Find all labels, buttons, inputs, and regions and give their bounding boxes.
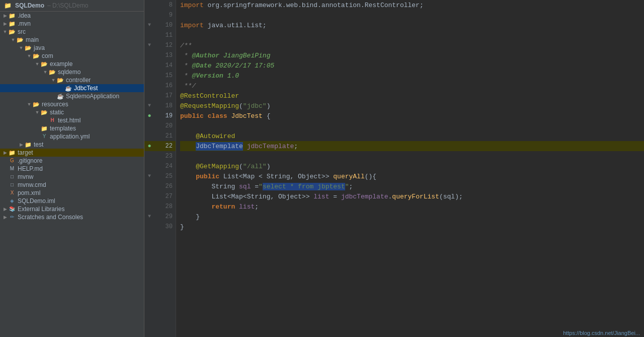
gutter-row-16: 16 bbox=[144, 81, 176, 91]
iml-icon: ◈ bbox=[8, 197, 16, 205]
linenum-30: 30 bbox=[154, 222, 176, 232]
tree-mvnw-cmd[interactable]: ▶ □ mvnw.cmd bbox=[0, 181, 144, 189]
code-line-10: import java.util.List; bbox=[180, 20, 644, 30]
tree-gitignore[interactable]: ▶ G .gitignore bbox=[0, 157, 144, 165]
tree-example-label: example bbox=[50, 60, 72, 68]
linenum-29: 29 bbox=[154, 212, 176, 222]
gutter-row-27: 27 bbox=[144, 191, 176, 201]
code-line-26: String sql = "select * from jbptest" ; bbox=[180, 181, 644, 191]
gutter-30 bbox=[144, 222, 154, 232]
indent-29 bbox=[180, 213, 196, 221]
arrow-com: ▼ bbox=[26, 53, 32, 58]
folder-icon-mvn: 📁 bbox=[8, 20, 16, 27]
arrow-pom-xml: ▶ bbox=[2, 190, 8, 195]
linenum-21: 21 bbox=[154, 131, 176, 141]
gutter-28 bbox=[144, 201, 154, 212]
gutter-icon-19: ● bbox=[144, 111, 154, 121]
tree-pom-xml[interactable]: ▶ X pom.xml bbox=[0, 189, 144, 197]
tree-helpmd[interactable]: ▶ M HELP.md bbox=[0, 165, 144, 173]
tree-sqldemo-iml-label: SQLDemo.iml bbox=[18, 197, 55, 205]
semi-26: ; bbox=[349, 183, 353, 190]
tree-app-yml-label: application.yml bbox=[50, 133, 90, 140]
tree-external-libs[interactable]: ▶ 📚 External Libraries bbox=[0, 205, 144, 213]
tree-idea[interactable]: ▶ 📁 .idea bbox=[0, 12, 144, 20]
tree-mvnw[interactable]: ▶ □ mvnw bbox=[0, 173, 144, 181]
linenum-11: 11 bbox=[154, 30, 176, 40]
tree-templates[interactable]: ▶ 📁 templates bbox=[0, 124, 144, 132]
code-line-18: @RequestMapping("jdbc") bbox=[180, 101, 644, 111]
tree-target[interactable]: ▶ 📁 target bbox=[0, 149, 144, 157]
tree-scratches[interactable]: ▶ ✏ Scratches and Consoles bbox=[0, 213, 144, 221]
tree-sqldemo-iml[interactable]: ▶ ◈ SQLDemo.iml bbox=[0, 197, 144, 205]
gutter-icon-22: ● bbox=[144, 141, 154, 151]
arrow-controller: ▼ bbox=[50, 78, 56, 83]
gutter-row-29: ▼ 29 bbox=[144, 212, 176, 222]
fold-btn-18[interactable]: ▼ bbox=[144, 101, 154, 111]
str-sel-26: select * from jbptest bbox=[263, 183, 345, 190]
tree-static[interactable]: ▼ 📂 static bbox=[0, 108, 144, 116]
tree-example[interactable]: ▼ 📂 example bbox=[0, 60, 144, 68]
tree-test[interactable]: ▶ 📁 test bbox=[0, 141, 144, 149]
fold-btn-25[interactable]: ▼ bbox=[144, 171, 154, 181]
tree-controller-label: controller bbox=[66, 77, 91, 84]
folder-icon-main: 📂 bbox=[16, 36, 24, 43]
tree-main-label: main bbox=[26, 36, 39, 43]
tree-resources[interactable]: ▼ 📂 resources bbox=[0, 100, 144, 108]
str-open-26: " bbox=[259, 183, 263, 190]
tree-controller[interactable]: ▼ 📂 controller bbox=[0, 76, 144, 84]
code-line-19: public class JdbcTest { bbox=[180, 111, 644, 121]
tree-src-label: src bbox=[18, 28, 26, 35]
tree-mvn[interactable]: ▶ 📁 .mvn bbox=[0, 20, 144, 28]
tree-sqldemo[interactable]: ▼ 📂 sqldemo bbox=[0, 68, 144, 76]
tree-pom-xml-label: pom.xml bbox=[18, 189, 40, 196]
arrow-static: ▼ bbox=[34, 110, 40, 115]
code-content[interactable]: import org.springframework.web.bind.anno… bbox=[176, 0, 644, 337]
tree-java[interactable]: ▼ 📂 java bbox=[0, 44, 144, 52]
code-line-27: List<Map<String, Object>> list = jdbcTem… bbox=[180, 191, 644, 201]
tree-test-label: test bbox=[34, 141, 43, 148]
tree-test-html[interactable]: ▶ H test.html bbox=[0, 116, 144, 124]
arrow-sqldemo-iml: ▶ bbox=[2, 198, 8, 204]
html-file-icon: H bbox=[48, 117, 56, 124]
brace-close-29: } bbox=[196, 213, 200, 221]
fold-btn-29[interactable]: ▼ bbox=[144, 212, 154, 222]
kw-return-28: return bbox=[211, 203, 235, 211]
fold-btn-12[interactable]: ▼ bbox=[144, 40, 154, 50]
folder-icon-java: 📂 bbox=[24, 44, 32, 51]
status-bar: https://blog.csdn.net/JiangBei... bbox=[559, 329, 644, 337]
code-line-21: @Autowired bbox=[180, 131, 644, 141]
tree-jdbctest[interactable]: ▶ ☕ JdbcTest bbox=[0, 84, 144, 92]
gutter-11 bbox=[144, 30, 154, 40]
tree-scratches-label: Scratches and Consoles bbox=[18, 214, 83, 221]
code-line-9 bbox=[180, 10, 644, 20]
code-line-8: import org.springframework.web.bind.anno… bbox=[180, 0, 644, 10]
fold-btn-10[interactable]: ▼ bbox=[144, 20, 154, 30]
code-editor: 8 9 ▼ 10 11 ▼ 12 13 bbox=[144, 0, 644, 337]
gutter-row-10: ▼ 10 bbox=[144, 20, 176, 30]
arrow-scratches: ▶ bbox=[2, 215, 8, 220]
tree-sqldemo-label: sqldemo bbox=[58, 69, 80, 76]
tree-src[interactable]: ▼ 📂 src bbox=[0, 28, 144, 36]
brace-19: { bbox=[263, 112, 271, 120]
tree-com[interactable]: ▼ 📂 com bbox=[0, 52, 144, 60]
tree-mvn-label: .mvn bbox=[18, 20, 31, 27]
gutter-row-21: 21 bbox=[144, 131, 176, 141]
paren-end-24: ) bbox=[267, 163, 271, 170]
tree-sqldemo-app[interactable]: ▶ ☕ SqldemoApplication bbox=[0, 92, 144, 100]
gutter-row-28: 28 bbox=[144, 201, 176, 212]
kw-public-19: public bbox=[180, 112, 204, 120]
git-icon: G bbox=[8, 157, 16, 164]
project-title: SQLDemo bbox=[15, 2, 44, 9]
tree-app-yml[interactable]: ▶ Y application.yml bbox=[0, 132, 144, 141]
code-line-23 bbox=[180, 151, 644, 161]
jdbctemplate-27: jdbcTemplate bbox=[341, 193, 388, 200]
gutter-17 bbox=[144, 91, 154, 101]
code-line-25: public List<Map < String, Object>> query… bbox=[180, 171, 644, 181]
fn-27: queryForList bbox=[392, 193, 439, 200]
type-22: JdbcTemplate bbox=[196, 142, 243, 151]
comment-13a: * bbox=[180, 52, 192, 59]
gutter-row-30: 30 bbox=[144, 222, 176, 232]
code-line-13: * @Author JiangBeiPing bbox=[180, 50, 644, 60]
indent-26 bbox=[180, 183, 211, 190]
tree-main[interactable]: ▼ 📂 main bbox=[0, 36, 144, 44]
